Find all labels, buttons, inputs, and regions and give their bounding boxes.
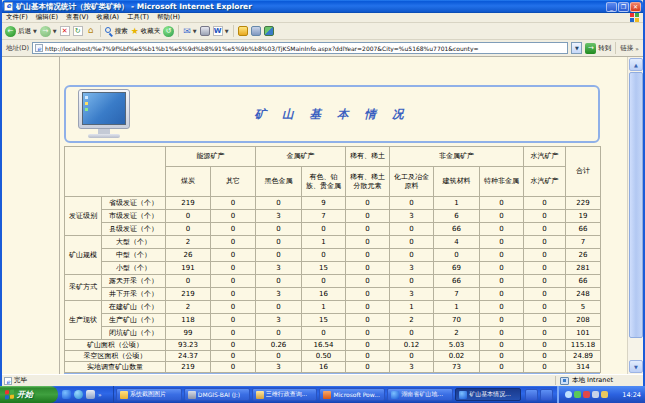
close-button[interactable]: ✕ xyxy=(630,2,641,12)
data-cell: 0 xyxy=(211,223,256,236)
data-cell: 0 xyxy=(480,327,524,340)
task-button-3d-query[interactable]: 三维行政查询... xyxy=(252,388,318,401)
scroll-up-icon[interactable]: ▲ xyxy=(629,58,643,71)
refresh-button[interactable]: ↻ xyxy=(73,26,83,36)
menu-view[interactable]: 查看(V) xyxy=(66,13,89,22)
data-cell: 0 xyxy=(480,275,524,288)
title-bar[interactable]: e 矿山基本情况统计（按矿类矿种） - Microsoft Internet E… xyxy=(2,0,643,13)
research-button[interactable] xyxy=(251,26,261,36)
data-cell: 6 xyxy=(434,210,480,223)
tray-antivirus-icon[interactable] xyxy=(574,391,581,398)
data-cell: 16 xyxy=(302,362,346,373)
tray-network-icon[interactable] xyxy=(592,391,599,398)
row-label: 县级发证（个） xyxy=(102,223,166,236)
minimize-button[interactable]: _ xyxy=(606,2,617,12)
vertical-scrollbar[interactable]: ▲ ▼ xyxy=(627,57,643,374)
quicklaunch-chevron-icon[interactable]: » xyxy=(98,391,102,398)
row-label: 闭坑矿山（个） xyxy=(102,327,166,340)
data-cell: 0.02 xyxy=(434,351,480,362)
forward-button[interactable]: → ▼ xyxy=(40,26,57,37)
data-cell: 5.03 xyxy=(434,340,480,351)
ie-icon xyxy=(459,391,467,399)
data-cell: 0 xyxy=(302,327,346,340)
address-input[interactable]: e http://localhost/%e7%9f%bf%e5%b1%b1%e5… xyxy=(32,42,568,54)
print-icon xyxy=(200,26,210,36)
table-row: 矿山规模大型（个）2001004007 xyxy=(65,236,601,249)
print-button[interactable] xyxy=(200,26,210,36)
menu-tools[interactable]: 工具(T) xyxy=(127,13,149,22)
data-cell: 0 xyxy=(524,197,566,210)
data-cell: 0 xyxy=(346,223,390,236)
col-header: 稀有、稀土分散元素 xyxy=(346,167,390,197)
back-dropdown-icon[interactable]: ▼ xyxy=(33,28,37,34)
task-button-drive[interactable]: DMGIS-BAI (J:) xyxy=(184,388,250,401)
task-button-hunan-mine[interactable]: 湖南省矿山地... xyxy=(387,388,453,401)
edit-dropdown-icon[interactable]: ▼ xyxy=(225,28,229,34)
home-button[interactable]: ⌂ xyxy=(86,26,96,36)
search-button[interactable]: 搜索 xyxy=(105,27,128,36)
data-cell: 1 xyxy=(434,197,480,210)
data-cell: 26 xyxy=(566,249,601,262)
tray-volume-icon[interactable] xyxy=(601,391,608,398)
data-cell: 0 xyxy=(211,249,256,262)
menu-edit[interactable]: 编辑(E) xyxy=(36,13,58,22)
search-icon xyxy=(105,27,113,35)
go-button[interactable]: → 转到 xyxy=(585,43,611,54)
row-label: 采空区面积（公顷） xyxy=(65,351,166,362)
data-cell: 0 xyxy=(480,314,524,327)
data-cell: 219 xyxy=(166,197,211,210)
mini-printer-button[interactable] xyxy=(525,389,538,401)
task-button-mine-info-active[interactable]: 矿山基本情况... xyxy=(455,388,521,401)
data-cell: 24.89 xyxy=(566,351,601,362)
scrollbar-thumb[interactable] xyxy=(629,72,643,338)
system-tray: 14:24 xyxy=(557,386,645,403)
quicklaunch-desktop-icon[interactable] xyxy=(86,390,95,399)
mail-dropdown-icon[interactable]: ▼ xyxy=(193,28,197,34)
toolbar-separator xyxy=(100,25,101,37)
ie-icon xyxy=(391,391,399,399)
tray-clock[interactable]: 14:24 xyxy=(622,391,641,399)
toolbar-separator xyxy=(178,25,179,37)
forward-dropdown-icon[interactable]: ▼ xyxy=(53,28,57,34)
stop-button[interactable]: ✕ xyxy=(60,26,70,36)
back-button[interactable]: ← 后退 ▼ xyxy=(5,26,37,37)
quicklaunch-msn-icon[interactable] xyxy=(74,390,83,399)
task-button-powerpoint[interactable]: Microsoft Pow... xyxy=(319,388,385,401)
msn-button[interactable] xyxy=(264,26,274,36)
address-dropdown-icon[interactable]: ▼ xyxy=(571,42,582,54)
tray-security-icon[interactable] xyxy=(583,391,590,398)
data-cell: 0 xyxy=(524,301,566,314)
restore-button[interactable]: ❐ xyxy=(618,2,629,12)
task-button-folder[interactable]: 系统截图图片 xyxy=(116,388,182,401)
scroll-down-icon[interactable]: ▼ xyxy=(629,360,643,373)
col-group-header: 能源矿产 xyxy=(166,147,256,167)
menu-favorites[interactable]: 收藏(A) xyxy=(97,13,120,22)
screen: e 矿山基本情况统计（按矿类矿种） - Microsoft Internet E… xyxy=(0,0,645,403)
history-button[interactable]: ↺ xyxy=(163,26,174,37)
row-group-label: 矿山规模 xyxy=(65,236,102,275)
favorites-button[interactable]: ★ 收藏夹 xyxy=(131,26,161,36)
tray-language-icon[interactable] xyxy=(565,391,572,398)
mini-device-button[interactable] xyxy=(540,389,553,401)
start-button[interactable]: 开始 xyxy=(0,386,58,403)
mail-button[interactable]: ✉ ▼ xyxy=(183,26,196,36)
data-cell: 0 xyxy=(346,327,390,340)
messenger-button[interactable] xyxy=(238,26,248,36)
col-group-header: 金属矿产 xyxy=(256,147,346,167)
menu-file[interactable]: 文件(F) xyxy=(6,13,28,22)
data-cell: 0 xyxy=(211,288,256,301)
edit-button[interactable]: W ▼ xyxy=(213,26,229,36)
data-cell: 0 xyxy=(480,351,524,362)
data-cell: 0 xyxy=(434,249,480,262)
data-cell: 118 xyxy=(166,314,211,327)
row-label: 市级发证（个） xyxy=(102,210,166,223)
data-cell: 93.23 xyxy=(166,340,211,351)
data-cell: 0 xyxy=(346,236,390,249)
data-cell: 0 xyxy=(211,327,256,340)
row-label: 矿山面积（公顷） xyxy=(65,340,166,351)
quicklaunch-ie-icon[interactable] xyxy=(62,390,71,399)
col-header: 特种非金属 xyxy=(480,167,524,197)
menu-help[interactable]: 帮助(H) xyxy=(157,13,180,22)
links-button[interactable]: 链接 » xyxy=(620,44,639,53)
data-cell: 115.18 xyxy=(566,340,601,351)
